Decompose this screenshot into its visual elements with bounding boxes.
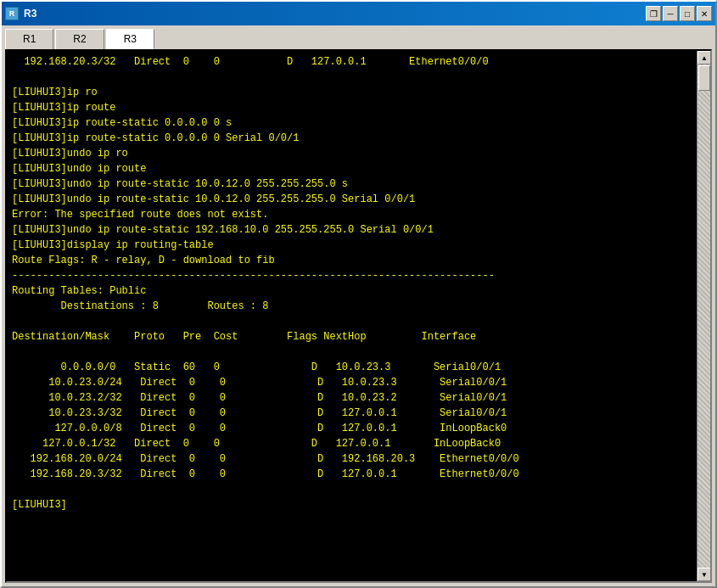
maximize-button[interactable]: □ (680, 6, 695, 21)
tab-bar: R1 R2 R3 (2, 25, 715, 49)
title-bar-controls: ❐ ─ □ ✕ (646, 6, 712, 21)
title-bar-left: R R3 (5, 7, 36, 20)
terminal-container: 192.168.20.3/32 Direct 0 0 D 127.0.0.1 E… (5, 49, 712, 583)
minimize-button[interactable]: ─ (663, 6, 678, 21)
scroll-track (697, 64, 710, 568)
restore-button[interactable]: ❐ (646, 6, 661, 21)
tab-r2[interactable]: R2 (55, 29, 104, 49)
scroll-up-button[interactable]: ▲ (697, 51, 711, 64)
tab-r1[interactable]: R1 (5, 29, 53, 49)
close-button[interactable]: ✕ (697, 6, 712, 21)
scrollbar: ▲ ▼ (697, 51, 710, 581)
terminal-output[interactable]: 192.168.20.3/32 Direct 0 0 D 127.0.0.1 E… (7, 51, 697, 581)
title-bar: R R3 ❐ ─ □ ✕ (2, 2, 715, 25)
tab-r3[interactable]: R3 (106, 29, 154, 49)
scroll-thumb[interactable] (698, 65, 710, 91)
main-window: R R3 ❐ ─ □ ✕ R1 R2 R3 192.168.20.3/32 Di… (0, 0, 717, 588)
window-title: R3 (24, 8, 36, 20)
app-icon: R (5, 7, 19, 20)
scroll-down-button[interactable]: ▼ (697, 568, 711, 581)
